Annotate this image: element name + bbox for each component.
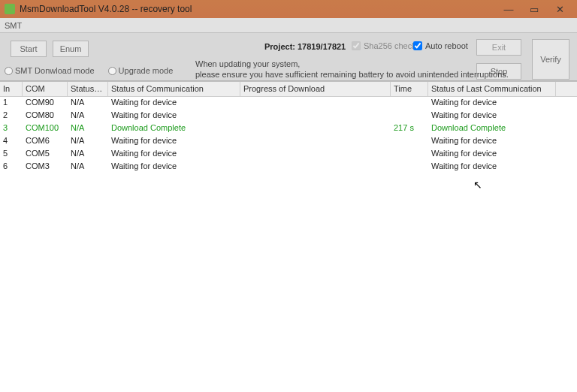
enum-button[interactable]: Enum xyxy=(53,41,89,57)
col-comm[interactable]: Status of Communication xyxy=(108,82,240,96)
cell-com: COM80 xyxy=(23,110,68,122)
warning-text: When updating your system, please ensure… xyxy=(195,59,509,80)
mode-upgrade-label: Upgrade mode xyxy=(119,66,174,75)
mode-upgrade-radio[interactable]: Upgrade mode xyxy=(108,66,174,75)
warning-line1: When updating your system, xyxy=(195,59,509,69)
tab-smt[interactable]: SMT xyxy=(0,18,577,33)
cell-prog xyxy=(240,148,391,161)
sha256-checkbox[interactable]: Sha256 check xyxy=(352,41,416,50)
cell-com: COM90 xyxy=(23,97,68,110)
cell-prog xyxy=(240,110,391,122)
cell-com: COM5 xyxy=(23,148,68,161)
cell-last: Waiting for device xyxy=(428,97,556,110)
titlebar: MsmDownloadTool V4.0.28 -- recovery tool… xyxy=(0,0,577,18)
col-time[interactable]: Time xyxy=(391,82,428,96)
cell-prog xyxy=(240,135,391,148)
cell-com: COM6 xyxy=(23,135,68,148)
table-row[interactable]: 5COM5N/AWaiting for deviceWaiting for de… xyxy=(0,148,577,161)
mode-download-label: SMT Donwload mode xyxy=(15,66,95,75)
col-status[interactable]: Status o... xyxy=(68,82,108,96)
sha256-label: Sha256 check xyxy=(364,41,416,50)
cell-time xyxy=(391,135,428,148)
cell-prog xyxy=(240,122,391,135)
table-row[interactable]: 1COM90N/AWaiting for deviceWaiting for d… xyxy=(0,97,577,110)
auto-reboot-label: Auto reboot xyxy=(425,41,468,50)
verify-button[interactable]: Verify xyxy=(532,39,569,80)
sha256-check-input[interactable] xyxy=(352,41,361,50)
cell-last: Waiting for device xyxy=(428,148,556,161)
cell-in: 5 xyxy=(0,148,23,161)
device-table: In COM Status o... Status of Communicati… xyxy=(0,81,577,392)
cell-in: 6 xyxy=(0,161,23,173)
exit-button[interactable]: Exit xyxy=(476,39,521,56)
cell-stat: N/A xyxy=(68,122,108,135)
window-title: MsmDownloadTool V4.0.28 -- recovery tool xyxy=(20,4,496,14)
cell-in: 3 xyxy=(0,122,23,135)
toolbar: Start Enum Project: 17819/17821 Sha256 c… xyxy=(0,33,577,81)
table-row[interactable]: 3COM100N/ADownload Complete217 sDownload… xyxy=(0,122,577,135)
auto-reboot-input[interactable] xyxy=(413,41,422,50)
cell-time xyxy=(391,148,428,161)
cell-last: Waiting for device xyxy=(428,135,556,148)
cell-time xyxy=(391,161,428,173)
cell-in: 2 xyxy=(0,110,23,122)
table-body: 1COM90N/AWaiting for deviceWaiting for d… xyxy=(0,97,577,173)
cell-stat: N/A xyxy=(68,161,108,173)
mode-radio-group: SMT Donwload mode Upgrade mode xyxy=(5,66,173,75)
minimize-button[interactable]: — xyxy=(496,2,521,17)
warning-line2: please ensure you have sufficient remain… xyxy=(195,69,509,80)
col-last[interactable]: Status of Last Communication xyxy=(428,82,556,96)
col-progress[interactable]: Progress of Download xyxy=(240,82,391,96)
cell-stat: N/A xyxy=(68,135,108,148)
cell-time: 217 s xyxy=(391,122,428,135)
col-com[interactable]: COM xyxy=(23,82,68,96)
cell-prog xyxy=(240,97,391,110)
project-label: Project: xyxy=(264,42,295,51)
table-row[interactable]: 4COM6N/AWaiting for deviceWaiting for de… xyxy=(0,135,577,148)
project-value: 17819/17821 xyxy=(298,42,346,51)
cell-comm: Waiting for device xyxy=(108,110,240,122)
cell-stat: N/A xyxy=(68,110,108,122)
close-button[interactable]: ✕ xyxy=(547,2,572,17)
start-button[interactable]: Start xyxy=(11,41,47,57)
mode-download-radio[interactable]: SMT Donwload mode xyxy=(5,66,95,75)
cell-time xyxy=(391,97,428,110)
cell-comm: Waiting for device xyxy=(108,148,240,161)
cell-last: Download Complete xyxy=(428,122,556,135)
radio-dot-icon xyxy=(5,67,13,75)
cell-comm: Waiting for device xyxy=(108,135,240,148)
cell-last: Waiting for device xyxy=(428,110,556,122)
col-in[interactable]: In xyxy=(0,82,23,96)
cell-comm: Waiting for device xyxy=(108,97,240,110)
cell-time xyxy=(391,110,428,122)
cell-prog xyxy=(240,161,391,173)
app-icon xyxy=(5,4,15,14)
cell-in: 1 xyxy=(0,97,23,110)
cell-stat: N/A xyxy=(68,97,108,110)
cell-comm: Download Complete xyxy=(108,122,240,135)
cell-last: Waiting for device xyxy=(428,161,556,173)
cell-com: COM3 xyxy=(23,161,68,173)
cell-com: COM100 xyxy=(23,122,68,135)
cell-stat: N/A xyxy=(68,148,108,161)
cell-in: 4 xyxy=(0,135,23,148)
table-header: In COM Status o... Status of Communicati… xyxy=(0,82,577,97)
table-row[interactable]: 6COM3N/AWaiting for deviceWaiting for de… xyxy=(0,161,577,173)
table-row[interactable]: 2COM80N/AWaiting for deviceWaiting for d… xyxy=(0,110,577,122)
cell-comm: Waiting for device xyxy=(108,161,240,173)
maximize-button[interactable]: ▭ xyxy=(521,2,547,17)
auto-reboot-checkbox[interactable]: Auto reboot xyxy=(413,41,468,50)
radio-dot-icon xyxy=(108,67,116,75)
